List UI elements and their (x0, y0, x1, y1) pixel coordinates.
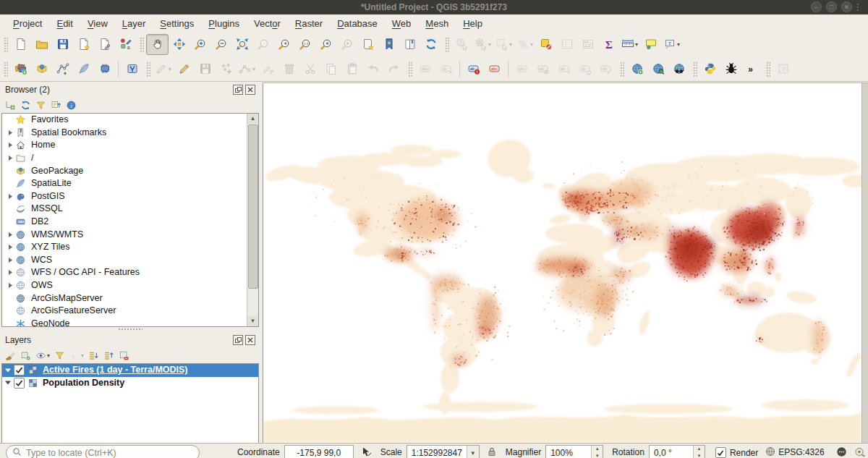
rotate-label-button[interactable]: ab (574, 59, 595, 79)
browser-item-db2[interactable]: DB2DB2 (2, 216, 258, 229)
scale-combo[interactable]: 1:152992847 ▼ (407, 445, 480, 458)
toolbar-grip[interactable] (3, 36, 8, 52)
new-project-button[interactable] (10, 35, 31, 54)
menu-vector[interactable]: Vector (247, 17, 288, 30)
layers-close-icon[interactable] (245, 335, 255, 345)
expander-icon[interactable] (5, 244, 15, 250)
spin-down-icon[interactable]: ▼ (592, 453, 603, 458)
layer-item-active-fires-1-day-terra-modis[interactable]: Active Fires (1 day - Terra/MODIS) (2, 364, 258, 377)
spin-up-icon[interactable]: ▲ (592, 446, 603, 453)
new-shapefile-layer-button[interactable] (52, 59, 73, 79)
current-edits-button[interactable]: ▾ (153, 59, 174, 79)
metasearch-button[interactable] (668, 59, 689, 79)
toolbar-grip[interactable] (407, 61, 412, 77)
browser-close-icon[interactable] (245, 85, 255, 95)
chevron-down-icon[interactable]: ▾ (509, 41, 512, 48)
layer-diagram-options-button[interactable]: abc (484, 59, 505, 79)
menu-edit[interactable]: Edit (49, 17, 80, 30)
change-label-button[interactable]: ab (595, 59, 616, 79)
open-attribute-table-button[interactable] (556, 35, 577, 54)
copy-features-button[interactable] (320, 59, 341, 79)
show-bookmark-manager-button[interactable] (399, 35, 420, 54)
zoom-next-button[interactable] (336, 35, 357, 54)
spin-down-icon[interactable]: ▼ (694, 453, 705, 458)
panel-splitter[interactable] (0, 327, 260, 331)
browser-item-xyz-tiles[interactable]: XYZ Tiles (2, 241, 258, 254)
locator-input[interactable]: Type to locate (Ctrl+K) (6, 445, 200, 458)
spin-up-icon[interactable]: ▲ (694, 446, 705, 453)
expander-icon[interactable] (5, 142, 15, 148)
data-source-manager-button[interactable] (10, 59, 31, 79)
pin-labels-button[interactable]: abc (511, 59, 532, 79)
zoom-to-selection-button[interactable] (252, 35, 273, 54)
render-checkbox[interactable]: Render (715, 447, 758, 458)
browser-item-wcs[interactable]: WCS (2, 254, 258, 267)
zoom-last-button[interactable] (315, 35, 336, 54)
add-selected-layer-icon[interactable] (5, 100, 16, 111)
collapse-all-browser-icon[interactable] (51, 100, 61, 111)
browser-item-geonode[interactable]: GeoNode (2, 318, 258, 328)
open-layer-styling-icon[interactable] (5, 350, 16, 361)
new-geopackage-layer-button[interactable] (31, 59, 52, 79)
browser-item-postgis[interactable]: PostGIS (2, 190, 258, 203)
modify-attributes-button[interactable] (258, 59, 278, 79)
chevron-down-icon[interactable]: ▾ (81, 352, 84, 359)
statistical-summary-button[interactable]: Σ (598, 35, 619, 54)
coordinate-input[interactable]: -175,9 99,0 (284, 445, 354, 458)
add-group-icon[interactable] (20, 350, 31, 361)
new-print-layout-button[interactable] (73, 35, 94, 54)
browser-float-icon[interactable] (233, 85, 243, 95)
pan-map-button[interactable] (146, 34, 169, 55)
cut-features-button[interactable] (299, 59, 320, 79)
magnifier-spinbox[interactable]: 100% ▲▼ (545, 445, 603, 458)
undo-button[interactable] (362, 59, 383, 79)
layers-float-icon[interactable] (233, 335, 243, 345)
map-canvas[interactable] (263, 82, 868, 443)
metasearch-add-service-button[interactable] (626, 59, 647, 79)
paste-features-button[interactable] (341, 59, 362, 79)
crs-globe-icon[interactable] (765, 446, 775, 457)
toolbar-grip[interactable] (145, 61, 150, 77)
zoom-full-button[interactable] (231, 35, 252, 54)
layer-visibility-checkbox[interactable] (14, 365, 25, 376)
menu-database[interactable]: Database (330, 17, 385, 30)
show-spatial-bookmarks-button[interactable] (378, 35, 399, 54)
toggle-editing-button[interactable] (174, 59, 195, 79)
expander-icon[interactable] (5, 193, 15, 200)
layer-item-population-density[interactable]: Population Density (2, 377, 258, 390)
filter-browser-icon[interactable] (35, 100, 46, 111)
new-virtual-layer-button[interactable] (122, 59, 142, 79)
plugin-debugger-button[interactable] (720, 59, 741, 79)
map-tips-button[interactable] (640, 35, 661, 54)
zoom-to-layer-button[interactable] (273, 35, 294, 54)
chevron-down-icon[interactable]: ▾ (169, 66, 171, 72)
toolbar-grip[interactable] (3, 61, 8, 77)
remove-layer-icon[interactable] (119, 350, 129, 361)
chevron-down-icon[interactable]: ▾ (252, 66, 255, 72)
chevron-down-icon[interactable]: ▾ (488, 41, 491, 48)
browser-scrollbar[interactable]: ▲ ▼ (247, 114, 258, 326)
extents-toggle-icon[interactable] (361, 446, 372, 457)
layer-visibility-checkbox[interactable] (14, 378, 25, 389)
news-icon[interactable] (854, 446, 867, 457)
menu-plugins[interactable]: Plugins (201, 17, 247, 30)
whats-this-help-button[interactable]: ? (773, 59, 793, 79)
refresh-map-button[interactable] (420, 35, 441, 54)
move-label-button[interactable]: ab (435, 59, 456, 79)
window-menu-dots-icon[interactable]: ⋮ (854, 1, 862, 14)
identify-features-button[interactable]: i (451, 35, 472, 54)
select-features-button[interactable]: ▾ (493, 35, 514, 54)
pan-to-selection-button[interactable] (169, 35, 190, 54)
add-feature-button[interactable] (216, 59, 237, 79)
properties-widget-icon[interactable]: i (66, 100, 77, 111)
chevron-down-icon[interactable]: ▾ (530, 41, 533, 48)
highlight-pinned-labels-button[interactable]: ab (532, 59, 553, 79)
maximize-button[interactable]: □ (826, 1, 837, 12)
show-layout-manager-button[interactable] (94, 35, 115, 54)
expander-icon[interactable] (5, 269, 15, 276)
toolbar-grip[interactable] (619, 61, 624, 77)
rotation-spinbox[interactable]: 0,0 ° ▲▼ (649, 445, 705, 458)
run-feature-action-button[interactable]: ▾ (472, 35, 493, 54)
metasearch-search-button[interactable] (647, 59, 668, 79)
browser-item-mssql[interactable]: MSSQL (2, 203, 258, 216)
